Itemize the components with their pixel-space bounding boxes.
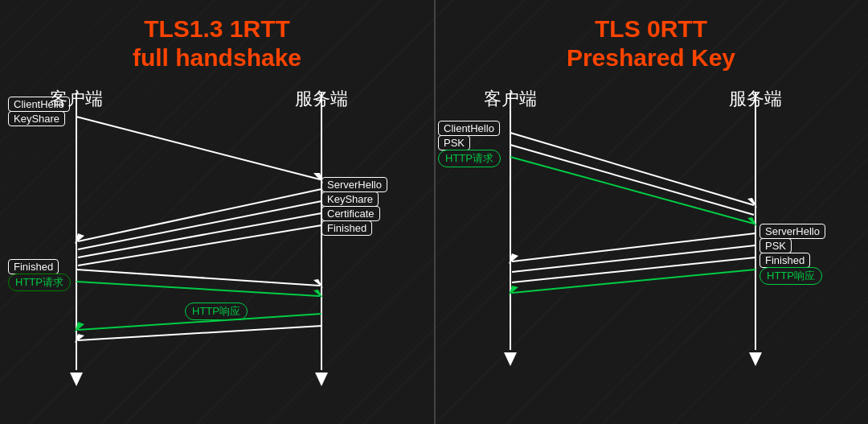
right-title: TLS 0RTT Preshared Key bbox=[434, 0, 868, 72]
svg-line-30 bbox=[512, 245, 755, 272]
svg-line-9 bbox=[78, 213, 321, 257]
svg-line-26 bbox=[510, 157, 754, 224]
right-http-request-box: HTTP请求 bbox=[438, 150, 501, 167]
left-server-hello-box: ServerHello bbox=[321, 177, 387, 192]
svg-marker-21 bbox=[504, 352, 517, 366]
left-title: TLS1.3 1RTT full handshake bbox=[0, 0, 434, 72]
left-key-share-box: KeyShare bbox=[8, 111, 65, 126]
right-server-psk-box: PSK bbox=[760, 238, 792, 253]
svg-line-28 bbox=[512, 233, 755, 261]
svg-marker-22 bbox=[749, 352, 762, 366]
svg-marker-2 bbox=[70, 373, 83, 386]
left-server-keyshare-box: KeyShare bbox=[321, 191, 379, 207]
svg-line-23 bbox=[510, 133, 754, 205]
right-server-hello-box: ServerHello bbox=[760, 224, 825, 239]
right-server-finished-box: Finished bbox=[760, 253, 810, 268]
right-title-line1: TLS 0RTT bbox=[434, 14, 868, 43]
svg-line-31 bbox=[512, 257, 755, 282]
right-sequence-svg bbox=[434, 93, 868, 406]
right-client-hello-box: ClientHello bbox=[438, 121, 500, 136]
svg-line-6 bbox=[78, 189, 321, 241]
left-client-hello-box: ClientHello bbox=[8, 97, 70, 112]
left-server-finished-box: Finished bbox=[321, 220, 372, 236]
right-title-line2: Preshared Key bbox=[434, 43, 868, 72]
left-sequence-svg bbox=[0, 93, 434, 406]
svg-line-8 bbox=[78, 201, 321, 249]
right-server-http-response-box: HTTP响应 bbox=[760, 267, 822, 285]
svg-line-10 bbox=[78, 225, 321, 266]
left-http-response-box: HTTP响应 bbox=[185, 303, 248, 320]
svg-line-32 bbox=[512, 270, 755, 293]
left-title-line1: TLS1.3 1RTT bbox=[0, 14, 434, 43]
svg-line-4 bbox=[76, 117, 320, 179]
right-psk-box: PSK bbox=[438, 135, 470, 150]
svg-marker-3 bbox=[315, 373, 328, 386]
svg-line-25 bbox=[510, 145, 754, 215]
left-server-cert-box: Certificate bbox=[321, 206, 380, 221]
left-finished-box: Finished bbox=[8, 259, 59, 274]
left-http-request-box: HTTP请求 bbox=[8, 274, 71, 291]
left-title-line2: full handshake bbox=[0, 43, 434, 72]
